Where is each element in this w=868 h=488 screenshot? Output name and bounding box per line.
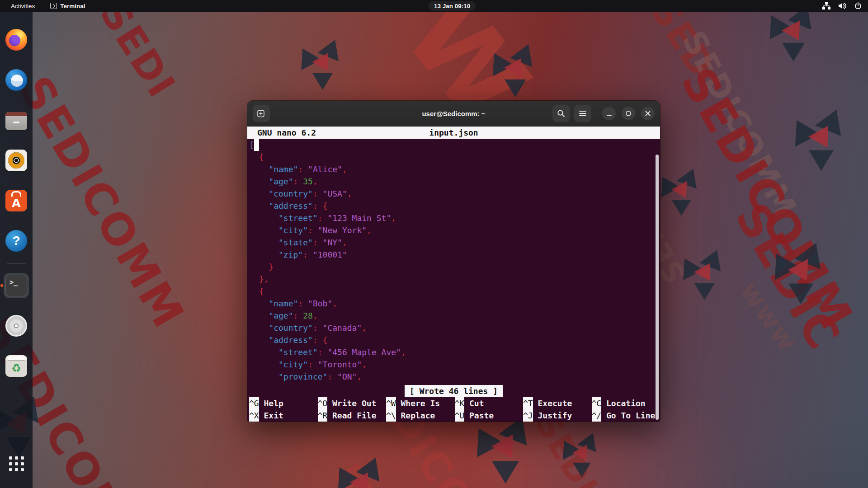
shortcut-item: ^\Replace <box>386 409 455 422</box>
terminal-scrollbar[interactable] <box>656 155 659 420</box>
dock-item-rhythmbox[interactable] <box>4 148 29 173</box>
code-token: "NY" <box>323 238 342 247</box>
code-token: "name" <box>249 299 298 308</box>
code-token: "state" <box>249 238 313 247</box>
dock-item-terminal[interactable]: >_ <box>4 273 29 298</box>
shortcut-key: ^C <box>592 397 602 409</box>
new-tab-button[interactable] <box>253 105 270 122</box>
code-token: { <box>249 286 264 296</box>
clock[interactable]: 13 Jan 09:10 <box>429 1 476 11</box>
code-token: , <box>391 213 396 223</box>
shortcut-item: ^GHelp <box>249 397 318 409</box>
dock-divider <box>7 263 26 263</box>
nano-status-message: [ Wrote 46 lines ] <box>405 385 503 397</box>
code-token: [ <box>249 140 254 150</box>
code-token: "10001" <box>313 250 347 259</box>
shortcut-label: Replace <box>401 409 435 422</box>
shortcut-key: ^/ <box>592 409 602 422</box>
dock-item-help[interactable]: ? <box>4 228 29 253</box>
dock-item-firefox[interactable] <box>4 27 29 52</box>
software-icon: A <box>5 190 27 211</box>
editor-line: "zip": "10001" <box>249 249 660 261</box>
title-bar[interactable]: user@Sedicomm: ~ <box>247 101 660 127</box>
code-token: "123 Main St" <box>327 213 391 223</box>
show-apps-button[interactable] <box>4 451 29 476</box>
shortcut-item: ^/Go To Line <box>592 409 660 422</box>
code-token: "address" <box>249 201 313 211</box>
editor-line: "province": "ON", <box>249 371 660 383</box>
maximize-button[interactable] <box>622 107 635 120</box>
nano-file-name: input.json <box>247 127 660 139</box>
dock-item-software[interactable]: A <box>4 188 29 213</box>
software-icon-glyph: A <box>5 194 27 211</box>
code-token: "city" <box>249 225 308 235</box>
nano-editor[interactable]: GNU nano 6.2 input.json [ { "name": "Ali… <box>247 127 660 422</box>
menu-button[interactable] <box>574 105 591 122</box>
shortcut-item: ^WWhere Is <box>386 397 455 409</box>
code-token: , <box>347 189 352 198</box>
shortcut-key: ^R <box>318 409 328 422</box>
editor-line: "age": 35, <box>249 175 660 188</box>
code-token: , <box>357 372 362 381</box>
volume-icon <box>838 2 847 9</box>
shortcut-item: ^RRead File <box>318 409 387 422</box>
code-token: { <box>249 152 264 162</box>
firefox-icon <box>5 29 27 51</box>
editor-line: { <box>249 151 660 163</box>
code-token: : <box>313 189 323 198</box>
dock-item-thunderbird[interactable] <box>4 67 29 93</box>
shortcut-label: Justify <box>538 409 572 422</box>
trash-icon: ♻ <box>5 355 27 377</box>
shortcut-label: Cut <box>469 397 484 409</box>
code-token: "age" <box>249 311 293 320</box>
editor-line: "street": "456 Maple Ave", <box>249 346 660 358</box>
code-token: : <box>298 299 308 308</box>
close-button[interactable] <box>641 107 655 120</box>
shortcut-label: Exit <box>264 409 283 422</box>
help-icon-glyph: ? <box>5 230 27 252</box>
app-menu[interactable]: Terminal <box>50 3 85 9</box>
editor-text-area[interactable]: [ { "name": "Alice", "age": 35, "country… <box>247 139 660 385</box>
activities-button[interactable]: Activities <box>7 2 38 10</box>
shortcut-label: Where Is <box>401 397 440 409</box>
editor-line: "name": "Bob", <box>249 297 660 310</box>
code-token: }, <box>249 274 269 284</box>
code-token: : { <box>313 201 328 211</box>
code-token: "Toronto" <box>318 360 362 369</box>
code-token: "country" <box>249 189 313 198</box>
files-icon <box>5 112 27 130</box>
search-button[interactable] <box>552 105 570 122</box>
code-token: "zip" <box>249 250 303 259</box>
minimize-button[interactable] <box>602 107 616 120</box>
shortcut-item: ^TExecute <box>523 397 592 409</box>
shortcut-key: ^\ <box>386 409 396 422</box>
rhythmbox-icon <box>5 150 27 171</box>
dock-item-disc[interactable] <box>4 313 29 338</box>
trash-icon-glyph: ♻ <box>5 359 27 377</box>
maximize-icon <box>626 111 631 116</box>
shortcut-key: ^J <box>523 409 533 422</box>
system-tray[interactable] <box>818 0 868 12</box>
code-token: , <box>401 347 406 357</box>
code-token: "street" <box>249 347 318 357</box>
editor-line: }, <box>249 273 660 285</box>
desktop: SEDISEDICOMMWWWW.SEDSEDICOMMSEDICOMMSEDI… <box>0 0 868 488</box>
dock-item-trash[interactable]: ♻ <box>4 353 29 379</box>
code-token: "Alice" <box>308 164 342 174</box>
code-token: : <box>313 323 323 333</box>
code-token: "age" <box>249 177 293 186</box>
editor-line: "name": "Alice", <box>249 163 660 175</box>
top-bar: Activities Terminal 13 Jan 09:10 <box>0 0 868 12</box>
shortcut-item: ^KCut <box>455 397 524 409</box>
editor-line: "address": { <box>249 200 660 212</box>
running-indicator-dot <box>0 284 3 287</box>
editor-line: { <box>249 285 660 297</box>
code-token: 28 <box>303 311 313 320</box>
dock: A?>_♻ <box>0 12 33 488</box>
editor-line: "city": "Toronto", <box>249 358 660 371</box>
help-icon: ? <box>5 230 27 252</box>
dock-item-files[interactable] <box>4 108 29 133</box>
code-token: : <box>308 360 318 369</box>
code-token: , <box>313 311 318 320</box>
editor-line: "state": "NY", <box>249 236 660 249</box>
